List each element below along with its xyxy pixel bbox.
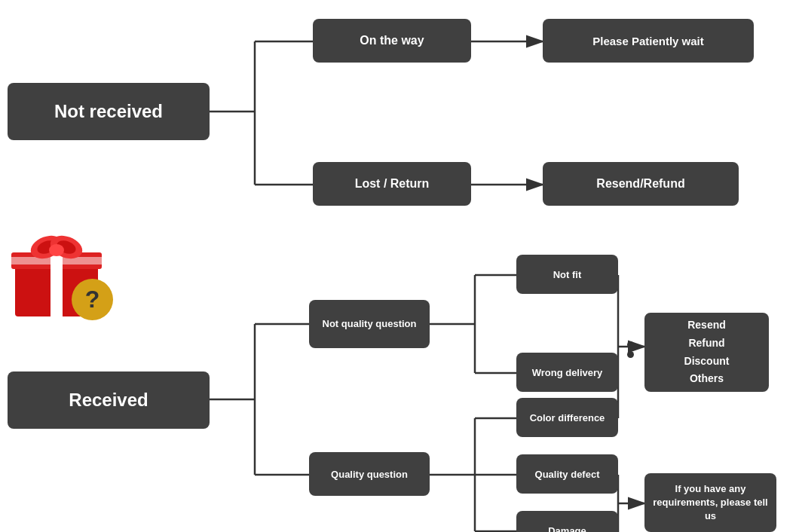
resend-refund-options-node: Resend Refund Discount Others xyxy=(644,313,769,392)
please-wait-node: Please Patiently wait xyxy=(543,19,754,63)
not-quality-node: Not quality question xyxy=(309,300,430,348)
dots-connector xyxy=(627,341,634,358)
svg-rect-32 xyxy=(11,257,102,264)
quality-question-node: Quality question xyxy=(309,452,430,496)
color-difference-node: Color difference xyxy=(516,398,618,437)
on-the-way-node: On the way xyxy=(313,19,471,63)
lost-return-node: Lost / Return xyxy=(313,162,471,206)
quality-defect-node: Quality defect xyxy=(516,454,618,494)
requirements-node: If you have any requirements, please tel… xyxy=(644,473,776,532)
flowchart-diagram: Not received On the way Please Patiently… xyxy=(0,0,799,532)
resend-refund-top-node: Resend/Refund xyxy=(543,162,739,206)
not-fit-node: Not fit xyxy=(516,255,618,294)
question-mark-icon: ? xyxy=(72,279,113,320)
wrong-delivery-node: Wrong delivery xyxy=(516,353,618,392)
not-received-node: Not received xyxy=(8,83,210,140)
damage-node: Damage xyxy=(516,511,618,532)
received-node: Received xyxy=(8,371,210,429)
svg-point-37 xyxy=(49,244,64,256)
